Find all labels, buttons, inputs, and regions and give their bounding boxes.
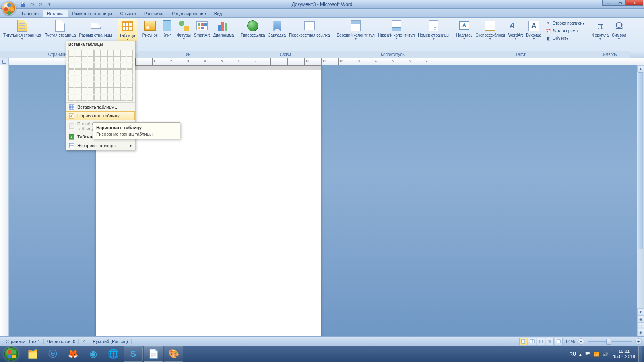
group-headers: Верхний колонтитул▼ Нижний колонтитул▼ Н… xyxy=(333,18,453,58)
chevron-down-icon: ▼ xyxy=(599,37,602,40)
pi-icon: π xyxy=(594,19,607,32)
vertical-ruler[interactable] xyxy=(0,65,9,336)
zoom-level[interactable]: 84% xyxy=(564,339,577,344)
header-button[interactable]: Верхний колонтитул▼ xyxy=(335,19,376,41)
fullscreen-reading-view[interactable] xyxy=(528,338,536,345)
tray-volume-icon[interactable]: 🔊 xyxy=(601,352,610,357)
picture-icon xyxy=(144,19,157,32)
qat-customize-icon[interactable]: ▾ xyxy=(46,1,53,8)
print-layout-view[interactable] xyxy=(519,338,527,345)
tray-language[interactable]: RU xyxy=(568,352,578,356)
maximize-button[interactable]: ▭ xyxy=(614,0,626,6)
page-break-button[interactable]: Разрыв страницы xyxy=(78,19,114,38)
clipart-button[interactable]: Клип xyxy=(159,19,175,38)
tab-references[interactable]: Ссылки xyxy=(116,10,140,17)
picture-button[interactable]: Рисунок xyxy=(141,19,159,38)
taskbar-skype[interactable]: S xyxy=(124,346,143,362)
scroll-up-button[interactable]: ▲ xyxy=(637,65,644,72)
web-layout-view[interactable] xyxy=(537,338,545,345)
status-bar: Страница: 1 из 1 Число слов: 0 ✓ Русский… xyxy=(0,336,644,346)
dropcap-button[interactable]: AБуквица▼ xyxy=(524,19,543,41)
tab-review[interactable]: Рецензирование xyxy=(168,10,210,17)
table-size-grid[interactable] xyxy=(66,48,135,102)
undo-icon[interactable] xyxy=(28,1,35,8)
draw-table-item[interactable]: Нарисовать таблицу xyxy=(66,111,135,120)
chevron-down-icon: ▼ xyxy=(21,37,24,40)
svg-rect-2 xyxy=(23,2,24,4)
scroll-down-button[interactable]: ▼ xyxy=(637,308,644,315)
tab-selector[interactable] xyxy=(0,58,9,65)
browse-object-button[interactable]: ○ xyxy=(637,322,644,329)
textbox-button[interactable]: Надпись▼ xyxy=(455,19,474,41)
vertical-scrollbar[interactable]: ▲ ▼ ◉ ○ ◉ xyxy=(637,65,644,336)
zoom-out-button[interactable]: − xyxy=(578,338,584,345)
signature-line-button[interactable]: ✎Строка подписи ▾ xyxy=(544,19,586,27)
tray-flag-icon[interactable]: 🏳️ xyxy=(583,352,592,357)
start-button[interactable] xyxy=(0,346,23,362)
tab-view[interactable]: Вид xyxy=(210,10,226,17)
draft-view[interactable] xyxy=(555,338,563,345)
taskbar-explorer[interactable]: 🗂️ xyxy=(23,346,42,362)
hyperlink-button[interactable]: Гиперссылка xyxy=(239,19,266,38)
quick-tables-item[interactable]: Экспресс-таблицы▸ xyxy=(66,141,135,150)
prev-page-button[interactable]: ◉ xyxy=(637,315,644,323)
cover-page-icon xyxy=(16,19,29,32)
table-button[interactable]: Таблица▼ xyxy=(118,19,137,42)
tray-network-icon[interactable]: 📶 xyxy=(592,352,601,357)
cover-page-button[interactable]: Титульная страница▼ xyxy=(2,19,43,41)
tab-page-layout[interactable]: Разметка страницы xyxy=(68,10,116,17)
taskbar-word[interactable]: 📄 xyxy=(144,346,163,362)
ribbon-tabs: Главная Вставка Разметка страницы Ссылки… xyxy=(0,9,644,18)
redo-icon[interactable] xyxy=(37,1,44,8)
word-count[interactable]: Число слов: 0 xyxy=(44,339,79,344)
blank-page-button[interactable]: Пустая страница xyxy=(43,19,77,38)
pencil-icon xyxy=(68,113,75,119)
taskbar-paint[interactable]: 🎨 xyxy=(164,346,183,362)
wordart-icon: A xyxy=(509,19,522,32)
svg-rect-21 xyxy=(557,340,560,343)
spellcheck-button[interactable]: ✓ xyxy=(79,339,89,344)
office-button[interactable] xyxy=(2,1,16,15)
outline-view[interactable] xyxy=(546,338,554,345)
equation-button[interactable]: πФормула▼ xyxy=(590,19,610,41)
chevron-down-icon: ▼ xyxy=(489,37,492,40)
crossref-button[interactable]: Перекрестная ссылка xyxy=(287,19,331,38)
taskbar-firefox[interactable]: 🦊 xyxy=(63,346,83,362)
object-button[interactable]: ◧Объект ▾ xyxy=(544,35,586,42)
page-number-button[interactable]: Номер страницы▼ xyxy=(416,19,451,41)
calendar-icon: 📅 xyxy=(545,27,551,34)
footer-button[interactable]: Нижний колонтитул▼ xyxy=(376,19,416,41)
tab-mailings[interactable]: Рассылки xyxy=(140,10,167,17)
next-page-button[interactable]: ◉ xyxy=(637,329,644,336)
insert-table-item[interactable]: Вставить таблицу... xyxy=(66,103,135,111)
zoom-slider[interactable] xyxy=(588,341,632,342)
date-time-button[interactable]: 📅Дата и время xyxy=(544,27,586,34)
close-button[interactable]: ✕ xyxy=(625,0,643,6)
save-icon[interactable] xyxy=(19,1,27,8)
language-button[interactable]: Русский (Россия) xyxy=(89,339,131,344)
tray-show-hidden[interactable]: ▴ xyxy=(578,352,583,357)
tab-insert[interactable]: Вставка xyxy=(43,10,68,17)
quickparts-button[interactable]: Экспресс-блоки▼ xyxy=(474,19,506,41)
chart-button[interactable]: Диаграмма xyxy=(211,19,235,38)
zoom-in-button[interactable]: + xyxy=(635,338,642,345)
show-desktop-button[interactable] xyxy=(638,346,642,362)
tab-home[interactable]: Главная xyxy=(18,10,43,17)
symbol-button[interactable]: ΩСимвол▼ xyxy=(610,19,628,41)
svg-rect-9 xyxy=(69,124,74,129)
minimize-button[interactable]: ─ xyxy=(602,0,614,6)
smartart-button[interactable]: SmartArt xyxy=(192,19,211,38)
page-count[interactable]: Страница: 1 из 1 xyxy=(2,339,44,344)
bookmark-icon xyxy=(270,19,283,32)
scroll-thumb[interactable] xyxy=(638,72,643,249)
wordart-button[interactable]: AWordArt▼ xyxy=(507,19,525,41)
bookmark-button[interactable]: Закладка xyxy=(267,19,287,38)
taskbar-ie[interactable]: ⓔ xyxy=(43,346,62,362)
tray-clock[interactable]: 15:2115.04.2019 xyxy=(610,349,638,359)
object-icon: ◧ xyxy=(545,35,551,41)
taskbar-chrome[interactable]: 🌐 xyxy=(103,346,123,362)
taskbar-app-blue[interactable]: ◉ xyxy=(83,346,103,362)
shapes-button[interactable]: Фигуры▼ xyxy=(175,19,192,41)
chevron-down-icon: ▼ xyxy=(182,37,185,40)
shapes-icon xyxy=(178,19,190,32)
